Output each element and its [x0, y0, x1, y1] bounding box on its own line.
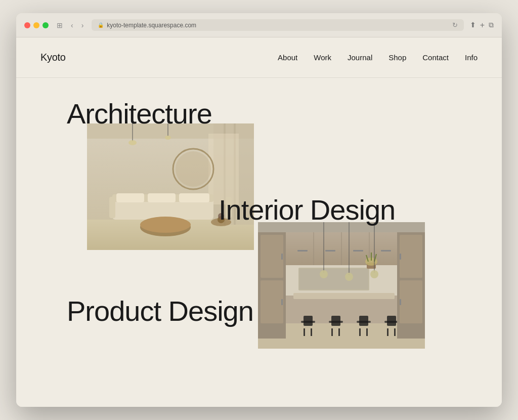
svg-rect-60: [311, 328, 312, 336]
svg-rect-14: [109, 197, 115, 218]
lock-icon: 🔒: [98, 22, 104, 28]
site-logo[interactable]: Kyoto: [40, 52, 66, 63]
svg-rect-68: [366, 328, 368, 336]
address-bar[interactable]: 🔒 kyoto-template.squarespace.com ↻: [92, 19, 463, 31]
svg-rect-30: [261, 280, 283, 323]
interior-image: [258, 222, 425, 349]
svg-rect-39: [353, 250, 363, 251]
svg-rect-59: [304, 328, 305, 336]
nav-link-info[interactable]: Info: [465, 53, 478, 62]
svg-rect-67: [359, 328, 361, 336]
svg-rect-72: [394, 328, 396, 336]
architecture-heading: Architecture: [67, 98, 212, 130]
browser-chrome: ⊞ ‹ › 🔒 kyoto-template.squarespace.com ↻…: [16, 13, 502, 37]
svg-point-24: [165, 136, 171, 140]
svg-rect-75: [400, 280, 422, 323]
svg-point-22: [128, 140, 137, 145]
svg-rect-76: [400, 254, 401, 260]
svg-rect-64: [338, 328, 340, 336]
traffic-light-yellow[interactable]: [33, 22, 39, 28]
nav-link-contact[interactable]: Contact: [422, 53, 449, 62]
nav-link-journal[interactable]: Journal: [348, 53, 372, 62]
nav-link-about[interactable]: About: [278, 53, 297, 62]
svg-rect-50: [293, 293, 395, 299]
browser-window: ⊞ ‹ › 🔒 kyoto-template.squarespace.com ↻…: [16, 13, 502, 407]
svg-rect-77: [400, 299, 401, 305]
nav-item-journal[interactable]: Journal: [348, 53, 372, 62]
browser-actions: ⬆ + ⧉: [470, 21, 494, 30]
svg-point-56: [370, 270, 378, 278]
svg-rect-11: [116, 193, 144, 202]
nav-item-about[interactable]: About: [278, 53, 297, 62]
svg-rect-71: [387, 328, 388, 336]
svg-rect-49: [286, 296, 397, 323]
browser-controls: ⊞ ‹ ›: [55, 20, 85, 30]
sidebar-toggle-icon[interactable]: ⊞: [55, 20, 65, 30]
forward-icon[interactable]: ›: [79, 20, 86, 30]
svg-point-52: [320, 270, 328, 278]
svg-rect-13: [179, 193, 209, 202]
svg-rect-66: [357, 321, 371, 323]
nav-item-info[interactable]: Info: [465, 53, 478, 62]
svg-rect-37: [297, 250, 308, 251]
svg-rect-40: [381, 250, 391, 251]
back-icon[interactable]: ‹: [69, 20, 75, 30]
svg-rect-58: [301, 321, 315, 323]
interior-image-container[interactable]: [258, 222, 425, 349]
svg-rect-43: [299, 269, 368, 289]
svg-rect-31: [281, 254, 283, 260]
site-nav: About Work Journal Shop Contact: [278, 53, 478, 62]
url-text: kyoto-template.squarespace.com: [107, 22, 196, 29]
svg-rect-32: [281, 299, 283, 305]
svg-rect-38: [325, 250, 335, 251]
svg-rect-12: [148, 193, 176, 202]
tabs-icon[interactable]: ⧉: [489, 21, 494, 30]
share-icon[interactable]: ⬆: [470, 21, 476, 30]
nav-link-shop[interactable]: Shop: [388, 53, 406, 62]
reload-icon[interactable]: ↻: [452, 21, 458, 29]
svg-rect-70: [384, 321, 399, 323]
site-main: Architecture: [16, 78, 502, 407]
svg-rect-63: [331, 328, 333, 336]
svg-point-8: [176, 151, 211, 187]
website: Kyoto About Work Journal Shop: [16, 37, 502, 407]
architecture-image-container[interactable]: [87, 123, 254, 250]
traffic-light-red[interactable]: [24, 22, 30, 28]
svg-point-17: [140, 217, 191, 233]
category-interior-title[interactable]: Interior Design: [219, 194, 395, 226]
nav-item-contact[interactable]: Contact: [422, 53, 449, 62]
svg-rect-62: [329, 321, 343, 323]
architecture-image: [87, 123, 254, 250]
product-design-heading: Product Design: [67, 296, 253, 327]
category-architecture-title[interactable]: Architecture: [67, 98, 212, 130]
interior-heading: Interior Design: [219, 194, 395, 226]
svg-rect-74: [400, 235, 422, 278]
svg-point-54: [345, 273, 353, 281]
nav-item-shop[interactable]: Shop: [388, 53, 406, 62]
traffic-light-green[interactable]: [42, 22, 49, 28]
svg-rect-29: [261, 235, 283, 278]
site-header: Kyoto About Work Journal Shop: [16, 37, 502, 78]
nav-link-work[interactable]: Work: [314, 53, 331, 62]
traffic-lights: [24, 22, 49, 28]
category-product-title[interactable]: Product Design: [67, 296, 253, 327]
nav-item-work[interactable]: Work: [314, 53, 331, 62]
new-tab-icon[interactable]: +: [480, 21, 485, 30]
